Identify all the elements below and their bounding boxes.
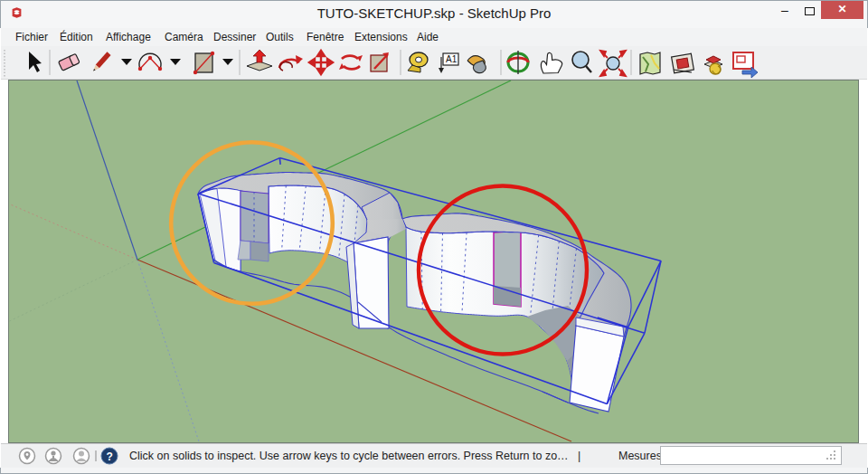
svg-text:?: ? [107, 450, 113, 463]
svg-text:A1: A1 [446, 54, 458, 64]
